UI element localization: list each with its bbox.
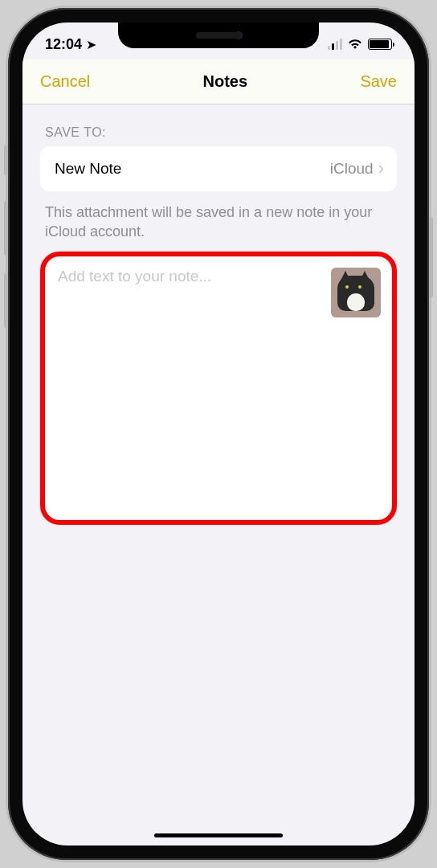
status-right <box>328 36 392 53</box>
compose-placeholder: Add text to your note... <box>58 268 211 285</box>
compose-area[interactable]: Add text to your note... <box>40 252 397 525</box>
nav-header: Cancel Notes Save <box>22 59 415 104</box>
destination-detail-group: iCloud › <box>330 158 384 179</box>
chevron-right-icon: › <box>378 158 384 179</box>
content: SAVE TO: New Note iCloud › This attachme… <box>22 104 415 845</box>
page-title: Notes <box>203 72 248 91</box>
cell-signal-icon <box>328 39 342 50</box>
save-to-label: SAVE TO: <box>45 125 397 140</box>
status-time: 12:04 <box>45 36 82 52</box>
attachment-thumbnail[interactable] <box>331 268 381 317</box>
location-arrow-icon: ➤ <box>86 38 96 51</box>
save-button[interactable]: Save <box>360 72 397 91</box>
battery-icon <box>368 39 392 50</box>
destination-title: New Note <box>55 160 121 178</box>
power-button <box>429 217 433 297</box>
screen: 12:04 ➤ Cancel Notes Save SAVE TO: New N… <box>22 23 415 845</box>
mute-switch <box>4 145 8 175</box>
save-destination-row[interactable]: New Note iCloud › <box>40 146 397 191</box>
notch <box>118 23 319 48</box>
cancel-button[interactable]: Cancel <box>40 72 90 91</box>
save-hint: This attachment will be saved in a new n… <box>45 203 392 242</box>
wifi-icon <box>347 36 363 53</box>
volume-down <box>4 273 8 328</box>
volume-up <box>4 201 8 256</box>
home-indicator[interactable] <box>154 833 283 837</box>
phone-frame: 12:04 ➤ Cancel Notes Save SAVE TO: New N… <box>8 8 429 860</box>
status-time-group: 12:04 ➤ <box>45 36 96 53</box>
destination-detail: iCloud <box>330 160 374 178</box>
